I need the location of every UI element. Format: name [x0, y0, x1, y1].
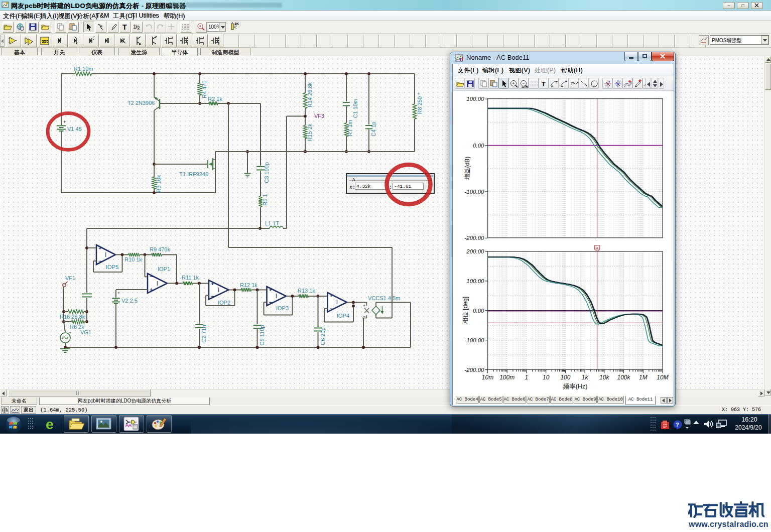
svg-text:1K: 1K — [234, 22, 239, 26]
svg-text:e: e — [46, 417, 54, 432]
svg-text:100%: 100% — [522, 85, 528, 88]
svg-text:T: T — [122, 23, 127, 31]
svg-text:b: b — [618, 80, 620, 83]
svg-text:?: ? — [676, 422, 679, 428]
svg-text:T: T — [542, 80, 546, 88]
svg-text:a: a — [608, 80, 610, 83]
svg-text:555: 555 — [42, 39, 49, 44]
